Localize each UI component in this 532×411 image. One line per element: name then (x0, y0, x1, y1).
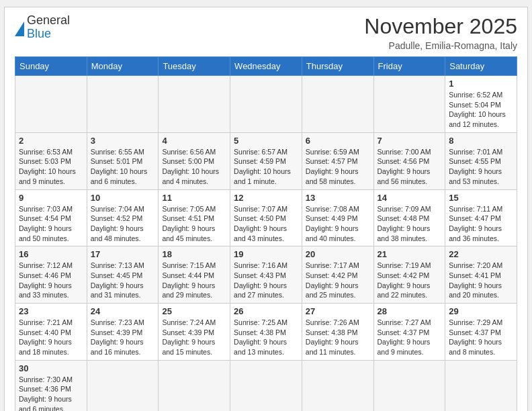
day-number: 9 (19, 193, 83, 203)
calendar-cell (373, 360, 445, 411)
day-number: 3 (91, 136, 155, 146)
calendar-cell: 14Sunrise: 7:09 AM Sunset: 4:48 PM Dayli… (373, 189, 445, 246)
day-number: 23 (19, 306, 83, 316)
calendar-cell: 17Sunrise: 7:13 AM Sunset: 4:45 PM Dayli… (87, 246, 159, 304)
calendar-cell: 12Sunrise: 7:07 AM Sunset: 4:50 PM Dayli… (230, 189, 302, 246)
day-info: Sunrise: 7:15 AM Sunset: 4:44 PM Dayligh… (162, 261, 226, 300)
calendar-cell: 1Sunrise: 6:52 AM Sunset: 5:04 PM Daylig… (445, 76, 517, 133)
day-number: 17 (91, 249, 155, 259)
calendar-cell (445, 360, 517, 411)
calendar-cell: 19Sunrise: 7:16 AM Sunset: 4:43 PM Dayli… (230, 246, 302, 304)
day-number: 5 (234, 136, 298, 146)
calendar-cell: 9Sunrise: 7:03 AM Sunset: 4:54 PM Daylig… (15, 189, 87, 246)
calendar-cell: 22Sunrise: 7:20 AM Sunset: 4:41 PM Dayli… (445, 246, 517, 304)
logo-general: General (27, 14, 70, 28)
calendar-cell: 3Sunrise: 6:55 AM Sunset: 5:01 PM Daylig… (87, 132, 159, 189)
calendar-cell: 8Sunrise: 7:01 AM Sunset: 4:55 PM Daylig… (445, 132, 517, 189)
day-info: Sunrise: 7:00 AM Sunset: 4:56 PM Dayligh… (378, 147, 442, 187)
calendar-cell: 20Sunrise: 7:17 AM Sunset: 4:42 PM Dayli… (302, 246, 373, 304)
day-number: 6 (306, 136, 370, 146)
day-info: Sunrise: 7:07 AM Sunset: 4:50 PM Dayligh… (234, 204, 298, 244)
week-row-4: 16Sunrise: 7:12 AM Sunset: 4:46 PM Dayli… (15, 246, 517, 304)
day-number: 25 (162, 306, 226, 316)
calendar-cell (373, 76, 445, 133)
calendar-cell: 4Sunrise: 6:56 AM Sunset: 5:00 PM Daylig… (159, 132, 230, 189)
month-title: November 2025 (364, 14, 517, 39)
calendar-cell: 28Sunrise: 7:27 AM Sunset: 4:37 PM Dayli… (373, 304, 445, 361)
calendar-cell: 25Sunrise: 7:24 AM Sunset: 4:39 PM Dayli… (159, 304, 230, 361)
calendar-cell (230, 76, 302, 133)
day-number: 19 (234, 249, 298, 259)
calendar-cell: 13Sunrise: 7:08 AM Sunset: 4:49 PM Dayli… (302, 189, 373, 246)
calendar-cell (230, 360, 302, 411)
day-number: 24 (91, 306, 155, 316)
day-info: Sunrise: 7:29 AM Sunset: 4:37 PM Dayligh… (449, 318, 513, 357)
calendar-cell: 29Sunrise: 7:29 AM Sunset: 4:37 PM Dayli… (445, 304, 517, 361)
day-info: Sunrise: 6:52 AM Sunset: 5:04 PM Dayligh… (449, 90, 513, 130)
day-number: 18 (162, 249, 226, 259)
day-number: 1 (449, 79, 513, 89)
day-info: Sunrise: 6:55 AM Sunset: 5:01 PM Dayligh… (91, 147, 155, 187)
calendar-cell: 18Sunrise: 7:15 AM Sunset: 4:44 PM Dayli… (159, 246, 230, 304)
title-section: November 2025 Padulle, Emilia-Romagna, I… (364, 14, 517, 51)
calendar-cell: 15Sunrise: 7:11 AM Sunset: 4:47 PM Dayli… (445, 189, 517, 246)
day-info: Sunrise: 7:26 AM Sunset: 4:38 PM Dayligh… (306, 318, 370, 357)
calendar-cell: 16Sunrise: 7:12 AM Sunset: 4:46 PM Dayli… (15, 246, 87, 304)
day-info: Sunrise: 7:16 AM Sunset: 4:43 PM Dayligh… (234, 261, 298, 300)
day-info: Sunrise: 7:11 AM Sunset: 4:47 PM Dayligh… (449, 204, 513, 244)
calendar-cell (302, 76, 373, 133)
calendar-table: SundayMondayTuesdayWednesdayThursdayFrid… (15, 56, 517, 411)
day-info: Sunrise: 6:57 AM Sunset: 4:59 PM Dayligh… (234, 147, 298, 187)
day-number: 4 (162, 136, 226, 146)
day-info: Sunrise: 7:23 AM Sunset: 4:39 PM Dayligh… (91, 318, 155, 357)
day-info: Sunrise: 7:27 AM Sunset: 4:37 PM Dayligh… (378, 318, 442, 357)
day-number: 28 (378, 306, 442, 316)
calendar-cell (159, 76, 230, 133)
day-number: 20 (306, 249, 370, 259)
logo-text: General Blue (27, 14, 70, 41)
day-number: 11 (162, 193, 226, 203)
day-info: Sunrise: 7:19 AM Sunset: 4:42 PM Dayligh… (378, 261, 442, 300)
weekday-header-sunday: Sunday (15, 57, 87, 76)
week-row-2: 2Sunrise: 6:53 AM Sunset: 5:03 PM Daylig… (15, 132, 517, 189)
day-info: Sunrise: 7:24 AM Sunset: 4:39 PM Dayligh… (162, 318, 226, 357)
day-info: Sunrise: 7:04 AM Sunset: 4:52 PM Dayligh… (91, 204, 155, 244)
calendar-cell: 30Sunrise: 7:30 AM Sunset: 4:36 PM Dayli… (15, 360, 87, 411)
day-number: 12 (234, 193, 298, 203)
day-info: Sunrise: 6:59 AM Sunset: 4:57 PM Dayligh… (306, 147, 370, 187)
location: Padulle, Emilia-Romagna, Italy (364, 40, 517, 51)
day-number: 7 (378, 136, 442, 146)
day-info: Sunrise: 7:13 AM Sunset: 4:45 PM Dayligh… (91, 261, 155, 300)
calendar-cell: 2Sunrise: 6:53 AM Sunset: 5:03 PM Daylig… (15, 132, 87, 189)
day-number: 8 (449, 136, 513, 146)
calendar-cell: 11Sunrise: 7:05 AM Sunset: 4:51 PM Dayli… (159, 189, 230, 246)
day-number: 10 (91, 193, 155, 203)
calendar-cell: 24Sunrise: 7:23 AM Sunset: 4:39 PM Dayli… (87, 304, 159, 361)
day-number: 21 (378, 249, 442, 259)
day-info: Sunrise: 7:25 AM Sunset: 4:38 PM Dayligh… (234, 318, 298, 357)
week-row-5: 23Sunrise: 7:21 AM Sunset: 4:40 PM Dayli… (15, 304, 517, 361)
weekday-header-monday: Monday (87, 57, 159, 76)
day-number: 30 (19, 363, 83, 373)
calendar-cell: 10Sunrise: 7:04 AM Sunset: 4:52 PM Dayli… (87, 189, 159, 246)
weekday-header-saturday: Saturday (445, 57, 517, 76)
calendar-cell: 7Sunrise: 7:00 AM Sunset: 4:56 PM Daylig… (373, 132, 445, 189)
logo: General Blue (15, 14, 70, 41)
day-number: 26 (234, 306, 298, 316)
calendar-cell: 26Sunrise: 7:25 AM Sunset: 4:38 PM Dayli… (230, 304, 302, 361)
day-info: Sunrise: 7:20 AM Sunset: 4:41 PM Dayligh… (449, 261, 513, 300)
calendar-cell (15, 76, 87, 133)
day-info: Sunrise: 7:21 AM Sunset: 4:40 PM Dayligh… (19, 318, 83, 357)
day-info: Sunrise: 7:01 AM Sunset: 4:55 PM Dayligh… (449, 147, 513, 187)
day-number: 13 (306, 193, 370, 203)
weekday-header-friday: Friday (373, 57, 445, 76)
weekday-header-tuesday: Tuesday (159, 57, 230, 76)
weekday-header-row: SundayMondayTuesdayWednesdayThursdayFrid… (15, 57, 517, 76)
calendar-cell (87, 360, 159, 411)
day-number: 14 (378, 193, 442, 203)
day-info: Sunrise: 7:17 AM Sunset: 4:42 PM Dayligh… (306, 261, 370, 300)
weekday-header-wednesday: Wednesday (230, 57, 302, 76)
day-number: 22 (449, 249, 513, 259)
day-info: Sunrise: 7:03 AM Sunset: 4:54 PM Dayligh… (19, 204, 83, 244)
day-info: Sunrise: 7:12 AM Sunset: 4:46 PM Dayligh… (19, 261, 83, 300)
